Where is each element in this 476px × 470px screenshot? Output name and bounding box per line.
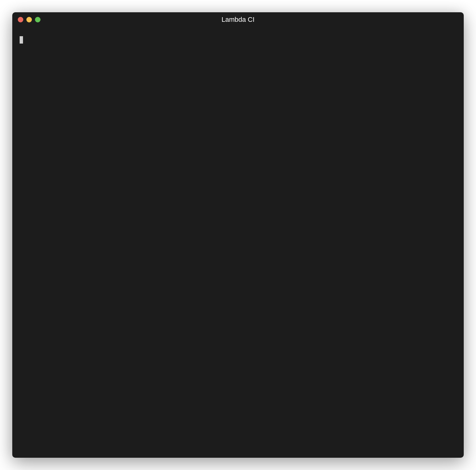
cursor-icon [20,36,23,44]
titlebar: Lambda CI [12,12,464,27]
traffic-lights [18,17,40,22]
minimize-button[interactable] [26,17,32,22]
close-button[interactable] [18,17,23,22]
terminal-body[interactable] [12,27,464,458]
prompt-line[interactable] [20,36,456,44]
terminal-window: Lambda CI [12,12,464,458]
window-title: Lambda CI [18,16,458,24]
maximize-button[interactable] [35,17,40,22]
